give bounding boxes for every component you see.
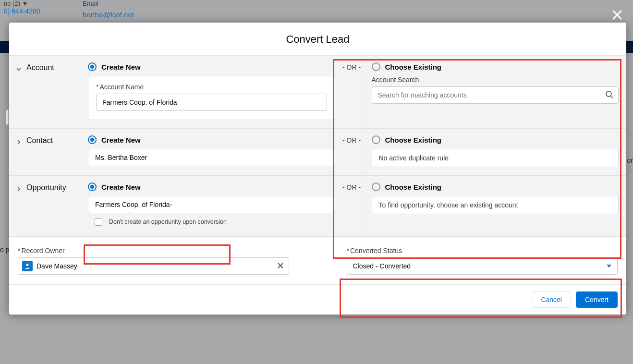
contact-name[interactable]: Ms. Bertha Boxer <box>88 149 335 166</box>
bg-text: or <box>627 157 633 164</box>
contact-toggle[interactable]: Contact <box>9 129 88 175</box>
or-divider: - OR - <box>342 63 361 71</box>
bg-text: o p <box>0 246 9 254</box>
chevron-down-icon <box>16 65 22 71</box>
opportunity-existing-radio[interactable] <box>372 182 380 191</box>
clear-icon[interactable] <box>277 262 284 271</box>
converted-status-value: Closed - Converted <box>353 262 411 270</box>
convert-lead-modal: Convert Lead Account Create New *Account… <box>9 23 626 315</box>
email-label: Email <box>83 0 98 7</box>
modal-title: Convert Lead <box>9 23 626 56</box>
account-label: Account <box>26 63 54 72</box>
contact-label: Contact <box>26 136 53 145</box>
dont-create-opp-checkbox[interactable] <box>95 218 102 226</box>
opportunity-hint: To find opportunity, choose an existing … <box>372 196 619 214</box>
svg-point-2 <box>26 264 29 266</box>
converted-status-select[interactable]: Closed - Converted <box>347 257 618 275</box>
record-owner-label: *Record Owner <box>18 247 289 255</box>
contact-create-radio[interactable] <box>88 135 97 144</box>
cancel-button[interactable]: Cancel <box>532 291 571 308</box>
svg-point-0 <box>606 91 611 97</box>
opportunity-section: Opportunity Create New Farmers Coop. of … <box>9 176 626 237</box>
account-section: Account Create New *Account Name - OR - … <box>9 56 626 129</box>
opportunity-existing-label: Choose Existing <box>385 183 442 191</box>
chevron-right-icon <box>16 138 22 144</box>
account-existing-label: Choose Existing <box>385 63 442 71</box>
or-divider: - OR - <box>342 136 361 144</box>
opportunity-create-radio[interactable] <box>88 182 97 191</box>
email-value: bertha@fcof.net <box>83 11 134 19</box>
contact-section: Contact Create New Ms. Bertha Boxer - OR… <box>9 129 626 176</box>
opportunity-name[interactable]: Farmers Coop. of Florida- <box>88 196 335 213</box>
account-search-label: Account Search <box>372 76 619 84</box>
bottom-fields: *Record Owner Dave Massey *Converted Sta… <box>9 237 626 285</box>
close-icon[interactable] <box>610 8 624 22</box>
convert-button[interactable]: Convert <box>576 291 618 308</box>
account-search-input[interactable] <box>372 86 619 104</box>
chevron-down-icon <box>607 265 611 267</box>
account-card: *Account Name <box>88 76 335 120</box>
modal-footer: Cancel Convert <box>9 285 626 315</box>
dont-create-opp-label: Don't create an opportunity upon convers… <box>109 218 227 225</box>
contact-create-label: Create New <box>101 136 141 144</box>
or-divider: - OR - <box>342 183 361 191</box>
converted-status-label: *Converted Status <box>347 247 618 255</box>
account-toggle[interactable]: Account <box>9 56 88 128</box>
opportunity-label: Opportunity <box>26 183 66 192</box>
chevron-right-icon <box>16 185 22 191</box>
user-icon <box>22 261 33 271</box>
contact-hint: No active duplicate rule <box>372 149 619 167</box>
account-existing-radio[interactable] <box>372 62 380 71</box>
contact-existing-label: Choose Existing <box>385 136 442 144</box>
opportunity-toggle[interactable]: Opportunity <box>9 176 88 236</box>
opportunity-create-label: Create New <box>101 183 141 191</box>
search-icon[interactable] <box>605 90 614 101</box>
svg-line-1 <box>611 96 613 98</box>
account-create-radio[interactable] <box>88 62 97 71</box>
record-owner-value: Dave Massey <box>37 262 77 270</box>
record-owner-input[interactable]: Dave Massey <box>18 257 289 275</box>
contact-existing-radio[interactable] <box>372 135 380 144</box>
account-create-label: Create New <box>101 63 141 71</box>
account-name-input[interactable] <box>96 94 327 111</box>
account-name-label: *Account Name <box>96 83 327 91</box>
